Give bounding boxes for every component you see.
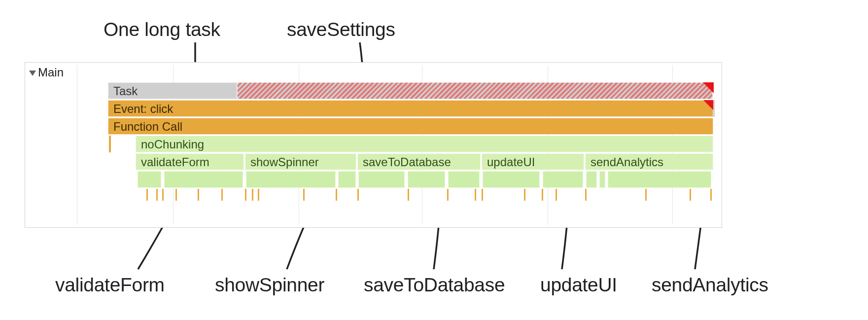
bar-function-call[interactable]: Function Call bbox=[108, 118, 713, 135]
track-label: Main bbox=[38, 66, 64, 79]
annotation-save-settings: saveSettings bbox=[287, 19, 395, 40]
tick bbox=[542, 189, 543, 201]
tick bbox=[156, 189, 158, 201]
bar-stub-grey bbox=[713, 100, 715, 117]
bar-event-click[interactable]: Event: click bbox=[108, 100, 713, 117]
tick bbox=[585, 189, 587, 201]
tick bbox=[710, 189, 712, 201]
tick bbox=[198, 189, 199, 201]
annotation-send-analytics: sendAnalytics bbox=[652, 274, 768, 296]
bar-amber-stub bbox=[109, 136, 111, 152]
event-warning-icon bbox=[703, 100, 714, 111]
bar-sub[interactable] bbox=[483, 171, 540, 188]
bar-sub[interactable] bbox=[543, 171, 583, 188]
bar-sub[interactable] bbox=[608, 171, 711, 188]
flame-chart-panel[interactable]: Main Task Event: click Function Call noC… bbox=[25, 62, 722, 228]
bar-save-to-database[interactable]: saveToDatabase bbox=[357, 153, 481, 170]
bar-update-ui[interactable]: updateUI bbox=[482, 153, 584, 170]
track-header-main[interactable]: Main bbox=[25, 66, 64, 79]
bar-sub[interactable] bbox=[164, 171, 243, 188]
bar-sub[interactable] bbox=[599, 171, 605, 188]
bar-show-spinner[interactable]: showSpinner bbox=[245, 153, 356, 170]
tick bbox=[245, 189, 246, 201]
tick bbox=[221, 189, 223, 201]
bar-sub[interactable] bbox=[358, 171, 405, 188]
tick bbox=[175, 189, 177, 201]
bar-validate-form[interactable]: validateForm bbox=[136, 153, 244, 170]
tick bbox=[336, 189, 337, 201]
bar-sub[interactable] bbox=[448, 171, 480, 188]
collapse-icon[interactable] bbox=[29, 71, 36, 76]
tick bbox=[524, 189, 525, 201]
tick bbox=[482, 189, 483, 201]
bar-sub[interactable] bbox=[408, 171, 445, 188]
bar-nochunking[interactable]: noChunking bbox=[136, 136, 713, 152]
annotation-update-ui: updateUI bbox=[540, 274, 617, 296]
annotation-validate-form: validateForm bbox=[55, 274, 165, 296]
tick bbox=[303, 189, 305, 201]
bar-task[interactable]: Task bbox=[108, 82, 237, 99]
annotation-show-spinner: showSpinner bbox=[215, 274, 324, 296]
annotation-long-task: One long task bbox=[104, 19, 220, 40]
tick bbox=[146, 189, 148, 201]
bar-sub[interactable] bbox=[246, 171, 336, 188]
tick bbox=[556, 189, 557, 201]
tick bbox=[357, 189, 359, 201]
tick bbox=[475, 189, 476, 201]
bar-task-long-hatch[interactable] bbox=[237, 82, 713, 99]
tick bbox=[447, 189, 449, 201]
bar-sub[interactable] bbox=[138, 171, 161, 188]
tick bbox=[690, 189, 691, 201]
bar-send-analytics[interactable]: sendAnalytics bbox=[585, 153, 713, 170]
annotation-save-to-database: saveToDatabase bbox=[364, 274, 505, 296]
bar-sub[interactable] bbox=[586, 171, 597, 188]
tick bbox=[258, 189, 259, 201]
long-task-indicator-icon bbox=[703, 82, 714, 93]
bar-sub[interactable] bbox=[338, 171, 356, 188]
tick bbox=[645, 189, 647, 201]
tick bbox=[408, 189, 409, 201]
tick bbox=[252, 189, 253, 201]
tick bbox=[162, 189, 164, 201]
